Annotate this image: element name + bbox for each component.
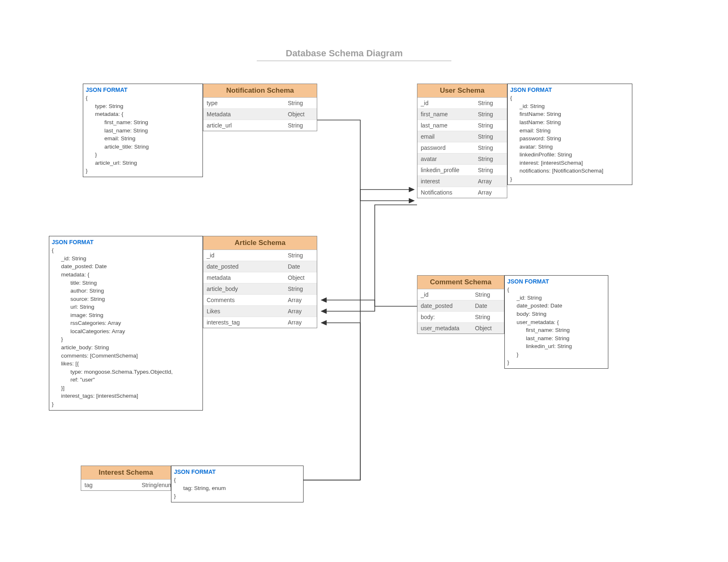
field-name: Likes: [203, 306, 284, 317]
field-type: String: [284, 250, 317, 261]
field-type: String: [475, 142, 507, 153]
json-line: {: [507, 286, 605, 294]
json-line: tag: String, enum: [174, 484, 301, 492]
interest-json-box: JSON FORMAT { tag: String, enum}: [171, 466, 304, 502]
field-name: interests_tag: [203, 317, 284, 328]
json-line: comments: [CommentSchema]: [52, 352, 200, 360]
json-line: email: String: [86, 134, 200, 143]
json-line: ref: "user": [52, 376, 200, 384]
json-line: article_body: String: [52, 343, 200, 352]
json-line: {: [52, 246, 200, 255]
field-name: article_body: [203, 283, 284, 294]
field-name: metadata: [203, 272, 284, 283]
field-name: Metadata: [203, 109, 284, 120]
field-type: Object: [472, 323, 504, 334]
json-line: source: String: [52, 295, 200, 303]
field-name: article_url: [203, 120, 284, 131]
json-line: last_name: String: [507, 334, 605, 343]
json-line: }: [507, 358, 605, 367]
field-type: Date: [472, 300, 504, 311]
field-name: Comments: [203, 295, 284, 305]
json-line: metadata: {: [52, 271, 200, 279]
json-line: lastName: String: [510, 118, 629, 127]
comment-schema-header: Comment Schema: [417, 276, 504, 289]
json-line: }: [174, 492, 301, 500]
user-schema-header: User Schema: [417, 84, 507, 98]
table-row: emailString: [417, 131, 507, 142]
table-row: metadataObject: [203, 272, 317, 283]
field-type: String: [472, 312, 504, 322]
json-line: article_title: String: [86, 143, 200, 151]
json-line: _id: String: [52, 255, 200, 263]
json-line: linkedinProfile: String: [510, 151, 629, 159]
table-row: article_bodyString: [203, 283, 317, 295]
json-line: notifications: [NotificationSchema]: [510, 167, 629, 175]
field-type: Array: [475, 176, 507, 187]
field-name: linkedin_profile: [417, 165, 475, 175]
json-line: url: String: [52, 303, 200, 311]
table-row: MetadataObject: [203, 109, 317, 120]
field-type: String: [284, 98, 317, 108]
field-type: String: [284, 283, 317, 294]
json-line: date_posted: Date: [52, 262, 200, 271]
table-row: body:String: [417, 312, 504, 323]
json-line: }: [86, 167, 200, 175]
interest-schema-rows: tagString/enum: [81, 480, 171, 490]
json-line: password: String: [510, 134, 629, 143]
article-schema-header: Article Schema: [203, 236, 317, 250]
json-line: metadata: {: [86, 110, 200, 118]
field-name: body:: [417, 312, 472, 322]
field-type: Array: [475, 187, 507, 198]
field-name: password: [417, 142, 475, 153]
diagram-title: Database Schema Diagram: [286, 48, 403, 59]
notification-json-lines: { type: String metadata: { first_name: S…: [86, 94, 200, 175]
json-line: }: [52, 335, 200, 343]
notification-schema-header: Notification Schema: [203, 84, 317, 98]
json-format-label: JSON FORMAT: [507, 277, 605, 286]
json-line: }: [86, 151, 200, 159]
json-line: email: String: [510, 127, 629, 135]
table-row: _idString: [417, 289, 504, 300]
field-type: String: [475, 109, 507, 120]
diagram-canvas: Database Schema Diagram Notification Sch…: [0, 0, 728, 562]
field-type: String: [475, 165, 507, 175]
json-line: type: mongoose.Schema.Types.ObjectId,: [52, 368, 200, 376]
field-name: interest: [417, 176, 475, 187]
field-name: Notifications: [417, 187, 475, 198]
json-line: body: String: [507, 310, 605, 318]
json-line: author: String: [52, 287, 200, 295]
json-line: avatar: String: [510, 143, 629, 151]
field-name: _id: [417, 98, 475, 108]
comment-schema-rows: _idStringdate_postedDatebody:Stringuser_…: [417, 289, 504, 334]
field-type: Object: [284, 272, 317, 283]
field-type: String: [475, 154, 507, 164]
field-type: String: [475, 120, 507, 131]
field-type: String: [475, 131, 507, 142]
json-line: user_metadata: {: [507, 318, 605, 327]
json-line: last_name: String: [86, 127, 200, 135]
field-type: String: [472, 289, 504, 300]
table-row: avatarString: [417, 154, 507, 165]
json-line: localCategories: Array: [52, 327, 200, 336]
json-line: rssCategories: Array: [52, 319, 200, 327]
table-row: interests_tagArray: [203, 317, 317, 328]
field-name: first_name: [417, 109, 475, 120]
table-row: user_metadataObject: [417, 323, 504, 334]
json-line: title: String: [52, 279, 200, 287]
field-name: last_name: [417, 120, 475, 131]
comment-json-lines: { _id: String date_posted: Date body: St…: [507, 286, 605, 367]
field-name: date_posted: [417, 300, 472, 311]
field-type: String: [475, 98, 507, 108]
user-json-box: JSON FORMAT { _id: String firstName: Str…: [507, 84, 632, 185]
table-row: article_urlString: [203, 120, 317, 131]
field-type: Object: [284, 109, 317, 120]
comment-json-box: JSON FORMAT { _id: String date_posted: D…: [504, 275, 608, 369]
field-name: email: [417, 131, 475, 142]
json-line: }: [507, 351, 605, 359]
table-row: _idString: [203, 250, 317, 261]
json-line: article_url: String: [86, 159, 200, 167]
table-row: first_nameString: [417, 109, 507, 120]
json-line: date_posted: Date: [507, 302, 605, 310]
json-line: }]: [52, 384, 200, 392]
field-name: avatar: [417, 154, 475, 164]
